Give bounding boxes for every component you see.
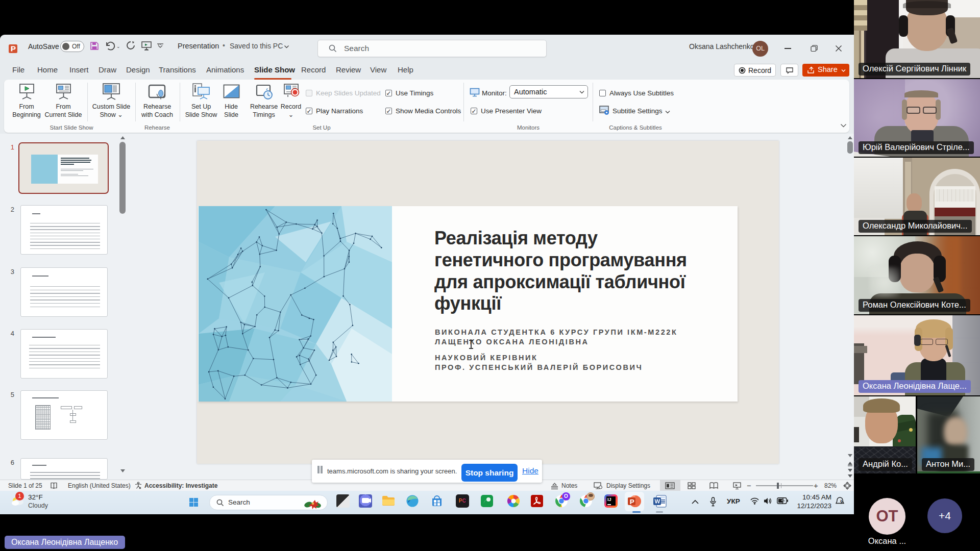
svg-text:z: z: [840, 499, 842, 503]
